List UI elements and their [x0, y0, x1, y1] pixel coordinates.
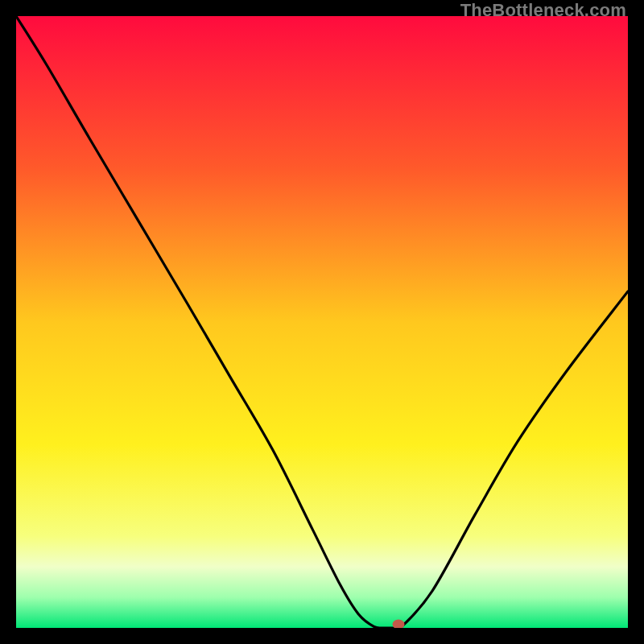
attribution-text: TheBottleneck.com — [460, 0, 626, 21]
chart-svg — [16, 16, 628, 628]
chart-background — [16, 16, 628, 628]
chart-frame — [16, 16, 628, 628]
